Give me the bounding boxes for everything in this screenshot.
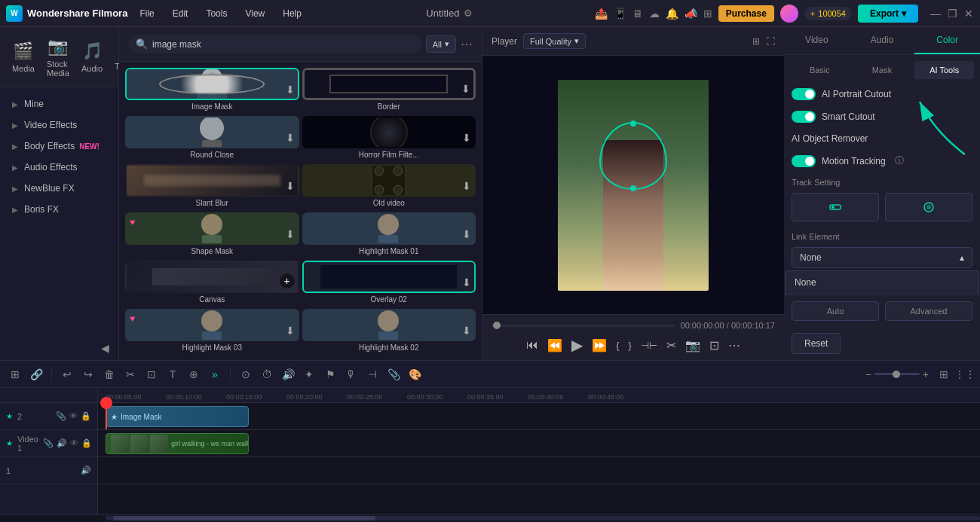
crop-icon[interactable]: ⊕ [185,365,203,383]
audio-track-icon[interactable]: 🔊 [57,438,67,448]
clip-track-icon[interactable]: 📎 [43,438,54,448]
toolbar-stock[interactable]: 📷 Stock Media [41,32,75,82]
more-options-icon[interactable]: ⋯ [461,37,473,51]
track-btn-1[interactable] [792,193,879,221]
export-button[interactable]: Export ▾ [858,5,918,23]
menu-view[interactable]: View [242,7,268,20]
clip-video[interactable]: girl walking - we man walking a... [106,433,249,454]
mask-handle-bottom[interactable] [630,185,636,191]
color-icon[interactable]: 🎨 [406,365,424,383]
nav-boris[interactable]: ▶ Boris FX [0,199,118,220]
clip-icon[interactable]: ✂ [666,338,676,353]
purchase-button[interactable]: Purchase [718,5,774,22]
cloud-icon[interactable]: ☁ [649,8,660,20]
menu-file[interactable]: File [136,7,157,20]
fullscreen-icon[interactable]: ⛶ [766,36,775,47]
monitor-icon[interactable]: 🖥 [632,8,643,20]
progress-track[interactable] [492,325,675,327]
playhead[interactable] [106,403,107,429]
audio-icon-sm[interactable]: 🔊 [81,466,91,475]
split-icon[interactable]: ⊣⊢ [641,340,657,351]
skip-back-icon[interactable]: ⏮ [526,338,538,352]
copy-icon[interactable]: ⊡ [142,365,161,383]
mark-out-icon[interactable]: } [629,340,632,351]
grid-view-icon[interactable]: ⊞ [752,36,760,47]
share-icon[interactable]: 📤 [595,8,608,20]
eye-track-icon[interactable]: 👁 [70,438,78,448]
nav-video-effects[interactable]: ▶ Video Effects [0,114,118,136]
lock-track-icon[interactable]: 🔒 [81,438,92,448]
clip-track-icon[interactable]: 📎 [56,411,66,421]
nav-body-effects[interactable]: ▶ Body Effects NEW! [0,136,118,157]
advanced-button[interactable]: Advanced [885,301,972,321]
undo-icon[interactable]: ↩ [58,365,76,383]
next-frame-icon[interactable]: ⏩ [592,338,607,353]
subtab-ai-tools[interactable]: AI Tools [914,61,974,79]
effect-overlay-02[interactable]: ⬇ Overlay 02 [302,261,476,306]
quality-select[interactable]: Full Quality ▾ [523,33,586,49]
delete-icon[interactable]: 🗑 [100,365,118,383]
effect-round-close[interactable]: ⬇ Round Close [125,116,299,161]
reset-button[interactable]: Reset [792,333,841,354]
link-element-dropdown[interactable]: None ▴ None Image Mask Import from compu… [792,247,972,268]
nav-audio-effects[interactable]: ▶ Audio Effects [0,157,118,178]
toolbar-media[interactable]: 🎬 Media [6,37,41,78]
text-icon[interactable]: T [164,365,182,383]
notification-icon[interactable]: 🔔 [666,8,678,20]
link-icon[interactable]: 🔗 [27,365,45,383]
mask-handle-top[interactable] [630,121,636,127]
more-icon[interactable]: ⋯ [728,338,740,353]
speed-icon[interactable]: ⏱ [258,365,276,383]
nav-mine[interactable]: ▶ Mine [0,93,118,114]
marker-icon[interactable]: ⚑ [321,365,339,383]
maximize-button[interactable]: ❐ [947,8,957,19]
tab-audio[interactable]: Audio [850,27,915,54]
close-button[interactable]: ✕ [963,8,974,19]
subtab-basic[interactable]: Basic [790,61,850,79]
effect-border[interactable]: ⬇ Border [302,68,476,113]
menu-tools[interactable]: Tools [203,7,230,20]
effect-shape-mask[interactable]: ♥ ⬇ Shape Mask [125,212,299,258]
progress-thumb[interactable] [493,322,501,329]
effect-old-video[interactable]: ⬇ Old video [302,164,476,209]
redo-icon[interactable]: ↪ [79,365,97,383]
cut-icon[interactable]: ✂ [121,365,139,383]
horizontal-scrollbar[interactable] [0,514,980,522]
zoom-out-icon[interactable]: − [865,368,871,380]
tab-color[interactable]: Color [914,27,980,54]
fit-icon[interactable]: ⊞ [935,365,953,383]
scrollbar-thumb[interactable] [113,516,375,520]
tab-video[interactable]: Video [784,27,850,54]
eye-icon[interactable]: 👁 [69,411,78,421]
zoom-thumb[interactable] [893,371,900,378]
search-input[interactable] [152,39,414,50]
effect-canvas[interactable]: + Canvas [125,261,299,306]
smart-cutout-toggle[interactable] [792,111,816,123]
dropdown-none[interactable]: None [786,271,978,294]
device-icon[interactable]: 📱 [614,8,626,20]
bell-icon[interactable]: 📣 [684,8,697,20]
settings-icon[interactable]: ⚙ [464,8,473,19]
ripple-icon[interactable]: ⊙ [237,365,255,383]
effect-highlight-mask-03[interactable]: ♥ ⬇ Highlight Mask 03 [125,309,299,354]
track-btn-2[interactable] [885,193,972,221]
effect-horror-film[interactable]: ⬇ Horror Film Filte... [302,116,476,161]
split-icon[interactable]: ✦ [300,365,318,383]
menu-help[interactable]: Help [280,7,305,20]
zoom-in-icon[interactable]: + [923,368,929,380]
scrollbar-track[interactable] [106,516,980,520]
effect-image-mask[interactable]: ⬇ Image Mask [125,68,299,113]
clip-image-mask[interactable]: ★ Image Mask [106,406,249,427]
menu-edit[interactable]: Edit [170,7,191,20]
minimize-button[interactable]: — [930,8,941,19]
play-button[interactable]: ▶ [571,336,583,354]
audio-icon[interactable]: 🔊 [279,365,297,383]
mark-in-icon[interactable]: { [616,340,619,351]
zoom-track[interactable] [874,373,920,375]
collapse-button[interactable]: ◀ [0,336,118,360]
transition-icon[interactable]: ⊣ [363,365,381,383]
subtab-mask[interactable]: Mask [853,61,912,79]
auto-button[interactable]: Auto [792,301,879,321]
pip-icon[interactable]: ⊡ [709,338,719,353]
effect-highlight-mask-02[interactable]: ⬇ Highlight Mask 02 [302,309,476,354]
